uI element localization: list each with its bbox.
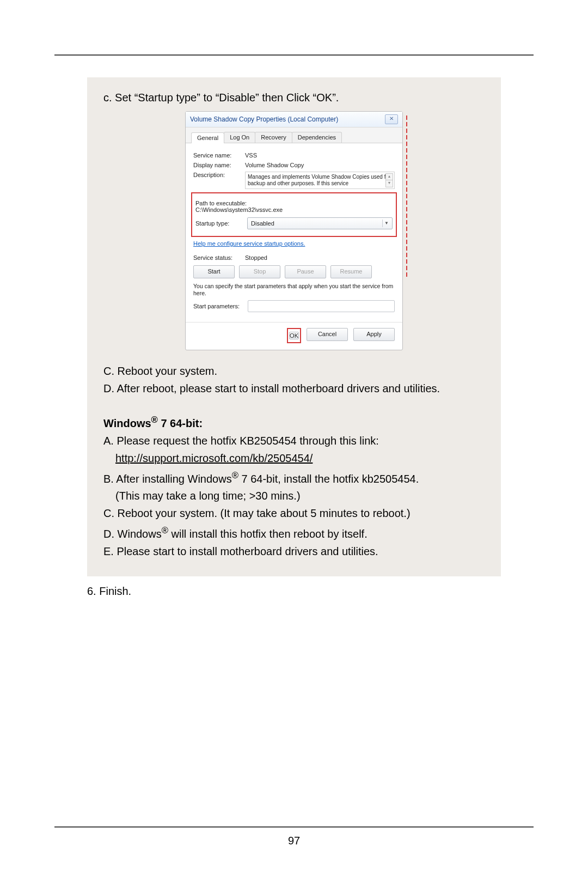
stop-button: Stop — [239, 265, 280, 278]
registered-icon: ® — [232, 470, 238, 480]
startup-type-dropdown[interactable]: Disabled ▼ — [247, 217, 393, 229]
service-name-label: Service name: — [193, 152, 245, 159]
obscured-red-marks — [404, 115, 407, 346]
dialog-tabs: General Log On Recovery Dependencies — [186, 127, 402, 143]
description-box: Manages and implements Volume Shadow Cop… — [245, 172, 395, 189]
step-c-text: c. Set “Startup type” to “Disable” then … — [103, 89, 485, 106]
service-status-value: Stopped — [245, 254, 395, 261]
dialog-body: Service name: VSS Display name: Volume S… — [186, 143, 402, 322]
start-params-label: Start parameters: — [193, 303, 248, 309]
resume-button: Resume — [330, 265, 372, 278]
tab-logon[interactable]: Log On — [224, 132, 255, 143]
display-name-value: Volume Shadow Copy — [245, 162, 395, 168]
properties-dialog: Volume Shadow Copy Properties (Local Com… — [185, 111, 403, 350]
chevron-down-icon: ▼ — [382, 220, 390, 227]
win-step-b-note: (This may take a long time; >30 mins.) — [103, 487, 485, 504]
tab-dependencies[interactable]: Dependencies — [292, 132, 342, 143]
step-d-install: D. After reboot, please start to install… — [103, 380, 485, 397]
win-step-c: C. Reboot your system. (It may take abou… — [103, 504, 485, 522]
registered-icon: ® — [162, 525, 168, 536]
hotfix-link[interactable]: http://support.microsoft.com/kb/2505454/ — [115, 452, 313, 464]
start-params-hint: You can specify the start parameters tha… — [193, 283, 395, 297]
scroll-down-icon[interactable]: ▾ — [385, 180, 393, 187]
step-6-finish: 6. Finish. — [87, 585, 501, 598]
win-step-a: A. Please request the hotfix KB2505454 t… — [103, 432, 485, 449]
startup-type-label: Startup type: — [195, 220, 247, 227]
service-status-label: Service status: — [193, 254, 245, 261]
instruction-panel: c. Set “Startup type” to “Disable” then … — [87, 77, 501, 576]
registered-icon: ® — [151, 415, 158, 425]
tab-recovery[interactable]: Recovery — [255, 132, 292, 143]
ok-highlight: OK — [287, 328, 301, 343]
highlight-startup-area: Path to executable: C:\Windows\system32\… — [191, 192, 397, 237]
cancel-button[interactable]: Cancel — [307, 328, 348, 341]
start-params-input[interactable] — [248, 300, 395, 312]
tab-general[interactable]: General — [191, 132, 224, 143]
win7-64-heading: Windows® 7 64-bit: — [103, 411, 485, 432]
step-c-reboot: C. Reboot your system. — [103, 362, 485, 380]
ok-button[interactable]: OK — [289, 332, 299, 339]
startup-type-value: Disabled — [251, 220, 274, 227]
dialog-footer-buttons: OK Cancel Apply — [186, 322, 402, 350]
description-label: Description: — [193, 172, 245, 189]
dialog-titlebar: Volume Shadow Copy Properties (Local Com… — [186, 112, 402, 127]
help-link[interactable]: Help me configure service startup option… — [193, 240, 395, 247]
after-screenshot-text: C. Reboot your system. D. After reboot, … — [103, 362, 485, 560]
path-value: C:\Windows\system32\vssvc.exe — [195, 206, 393, 213]
display-name-label: Display name: — [193, 162, 245, 168]
document-page: c. Set “Startup type” to “Disable” then … — [54, 54, 534, 828]
page-number: 97 — [54, 835, 534, 847]
close-icon[interactable]: ✕ — [385, 114, 398, 124]
win-step-e: E. Please start to install motherboard d… — [103, 543, 485, 560]
path-label: Path to executable: — [195, 200, 393, 206]
win-step-b: B. After installing Windows® 7 64-bit, i… — [103, 467, 485, 488]
service-name-value: VSS — [245, 152, 395, 159]
start-button[interactable]: Start — [193, 265, 235, 278]
dialog-title: Volume Shadow Copy Properties (Local Com… — [190, 115, 338, 123]
pause-button: Pause — [285, 265, 326, 278]
service-control-buttons: Start Stop Pause Resume — [193, 265, 395, 278]
dialog-screenshot: Volume Shadow Copy Properties (Local Com… — [185, 111, 403, 350]
description-text: Manages and implements Volume Shadow Cop… — [248, 174, 390, 186]
win-step-d: D. Windows® will install this hotfix the… — [103, 522, 485, 543]
apply-button[interactable]: Apply — [353, 328, 395, 341]
